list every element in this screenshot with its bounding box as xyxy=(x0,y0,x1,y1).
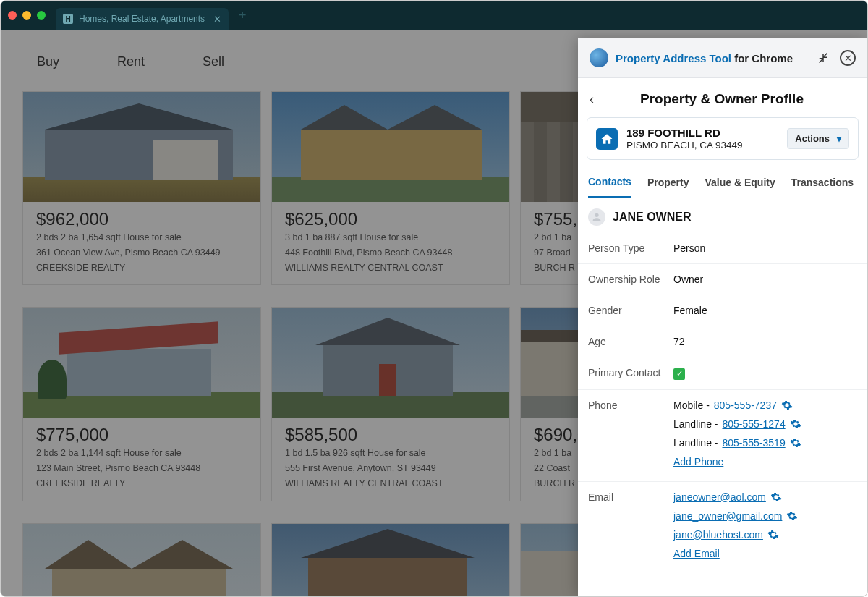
listing-price: $625,000 xyxy=(285,209,496,229)
tab-transactions[interactable]: Transactions xyxy=(791,169,854,197)
add-phone-link[interactable]: Add Phone xyxy=(673,456,723,467)
avatar-icon xyxy=(588,208,605,226)
phone-link[interactable]: 805-555-3519 xyxy=(723,437,786,449)
gear-icon[interactable] xyxy=(770,491,782,503)
listing-realty: CREEKSIDE REALTY xyxy=(36,477,247,491)
panel-title: Property Address Tool for Chrome xyxy=(616,52,793,64)
label-phone: Phone xyxy=(588,399,673,411)
listing-card[interactable]: $625,000 3 bd 1 ba 887 sqft House for sa… xyxy=(271,91,510,285)
browser-tab[interactable]: H Homes, Real Estate, Apartments ✕ xyxy=(56,8,229,30)
label-person-type: Person Type xyxy=(588,242,673,254)
gear-icon[interactable] xyxy=(790,437,801,449)
house-icon xyxy=(596,128,618,150)
gear-icon[interactable] xyxy=(767,529,779,541)
email-entry: janeowner@aol.com xyxy=(673,491,857,503)
email-link[interactable]: jane_owner@gmail.com xyxy=(673,510,782,522)
browser-titlebar: H Homes, Real Estate, Apartments ✕ + xyxy=(1,1,867,30)
listing-price: $962,000 xyxy=(36,209,247,229)
value-age: 72 xyxy=(673,336,857,347)
label-primary-contact: Primary Contact xyxy=(588,367,673,380)
value-person-type: Person xyxy=(673,242,857,254)
listing-image xyxy=(272,524,509,597)
close-window-button[interactable] xyxy=(8,11,17,20)
listing-price: $775,000 xyxy=(36,425,247,445)
listing-specs: 2 bds 2 ba 1,654 sqft House for sale xyxy=(36,231,247,245)
phone-type: Landline - xyxy=(673,418,718,430)
row-primary-contact: Primary Contact ✓ xyxy=(578,357,867,390)
listing-address: 123 Main Street, Pismo Beach CA 93448 xyxy=(36,462,247,475)
checkmark-icon: ✓ xyxy=(673,368,685,380)
listing-image xyxy=(272,308,509,418)
maximize-window-button[interactable] xyxy=(37,11,46,20)
close-panel-icon[interactable]: ✕ xyxy=(840,50,856,66)
listing-specs: 3 bd 1 ba 887 sqft House for sale xyxy=(285,231,496,245)
listing-address: 555 First Avenue, Anytown, ST 93449 xyxy=(285,462,496,475)
address-line2: PISMO BEACH, CA 93449 xyxy=(626,140,743,151)
listing-address: 361 Ocean View Ave, Pismo Beach CA 93449 xyxy=(36,246,247,260)
listing-realty: CREEKSIDE REALTY xyxy=(36,261,247,275)
listing-card[interactable] xyxy=(22,523,261,597)
value-ownership-role: Owner xyxy=(673,274,857,285)
extension-logo-icon xyxy=(590,48,608,67)
phone-link[interactable]: 805-555-7237 xyxy=(714,399,777,411)
chevron-down-icon: ▾ xyxy=(837,134,841,144)
row-email: Email janeowner@aol.com jane_owner@gmail… xyxy=(578,482,867,569)
listing-image xyxy=(23,308,260,418)
actions-dropdown[interactable]: Actions ▾ xyxy=(787,128,849,149)
row-ownership-role: Ownership Role Owner xyxy=(578,264,867,295)
nav-rent[interactable]: Rent xyxy=(117,54,145,69)
value-gender: Female xyxy=(673,305,857,316)
listing-specs: 2 bds 2 ba 1,144 sqft House for sale xyxy=(36,446,247,460)
email-link[interactable]: janeowner@aol.com xyxy=(673,491,766,503)
collapse-icon[interactable] xyxy=(817,51,830,64)
row-age: Age 72 xyxy=(578,326,867,357)
nav-sell[interactable]: Sell xyxy=(203,54,224,69)
owner-name: JANE OWNER xyxy=(613,211,691,224)
listing-address: 448 Foothill Blvd, Pismo Beach CA 93448 xyxy=(285,246,496,260)
phone-type: Mobile - xyxy=(673,399,710,411)
window-controls xyxy=(8,11,46,20)
label-email: Email xyxy=(588,491,673,503)
gear-icon[interactable] xyxy=(790,418,801,430)
extension-panel: Property Address Tool for Chrome ✕ ‹ Pro… xyxy=(578,38,867,596)
listing-realty: WILLIAMS REALTY CENTRAL COAST xyxy=(285,477,496,491)
listing-image xyxy=(23,524,260,597)
phone-entry: Landline - 805-555-1274 xyxy=(673,418,857,430)
listing-realty: WILLIAMS REALTY CENTRAL COAST xyxy=(285,261,496,275)
add-email-link[interactable]: Add Email xyxy=(673,548,720,559)
phone-type: Landline - xyxy=(673,437,718,449)
new-tab-button[interactable]: + xyxy=(239,8,247,23)
address-card: 189 FOOTHILL RD PISMO BEACH, CA 93449 Ac… xyxy=(587,117,859,160)
label-age: Age xyxy=(588,336,673,347)
tab-favicon-icon: H xyxy=(63,14,73,24)
nav-buy[interactable]: Buy xyxy=(37,54,59,69)
panel-header: Property Address Tool for Chrome ✕ xyxy=(578,38,867,78)
gear-icon[interactable] xyxy=(781,399,793,411)
row-gender: Gender Female xyxy=(578,295,867,326)
label-ownership-role: Ownership Role xyxy=(588,274,673,285)
phone-link[interactable]: 805-555-1274 xyxy=(723,418,786,430)
tab-value-equity[interactable]: Value & Equity xyxy=(705,169,775,197)
listing-price: $585,500 xyxy=(285,425,496,445)
email-link[interactable]: jane@bluehost.com xyxy=(673,529,763,541)
gear-icon[interactable] xyxy=(786,510,798,522)
tab-property[interactable]: Property xyxy=(647,169,689,197)
panel-subtitle: Property & Owner Profile xyxy=(588,91,856,107)
close-tab-icon[interactable]: ✕ xyxy=(213,14,221,25)
owner-header: JANE OWNER xyxy=(578,198,867,233)
row-person-type: Person Type Person xyxy=(578,233,867,264)
minimize-window-button[interactable] xyxy=(22,11,31,20)
row-phone: Phone Mobile - 805-555-7237 Landline - 8… xyxy=(578,390,867,477)
value-primary-contact: ✓ xyxy=(673,367,857,380)
listing-image xyxy=(23,92,260,202)
phone-entry: Mobile - 805-555-7237 xyxy=(673,399,857,411)
listing-card[interactable]: $775,000 2 bds 2 ba 1,144 sqft House for… xyxy=(22,307,261,501)
listing-card[interactable]: $585,500 1 bd 1.5 ba 926 sqft House for … xyxy=(271,307,510,501)
listing-card[interactable]: $962,000 2 bds 2 ba 1,654 sqft House for… xyxy=(22,91,261,285)
address-line1: 189 FOOTHILL RD xyxy=(626,127,743,139)
panel-subheader: ‹ Property & Owner Profile xyxy=(578,78,867,117)
tab-contacts[interactable]: Contacts xyxy=(588,169,631,198)
panel-tabs: Contacts Property Value & Equity Transac… xyxy=(578,169,867,198)
tab-title: Homes, Real Estate, Apartments xyxy=(79,14,205,24)
listing-card[interactable] xyxy=(271,523,510,597)
